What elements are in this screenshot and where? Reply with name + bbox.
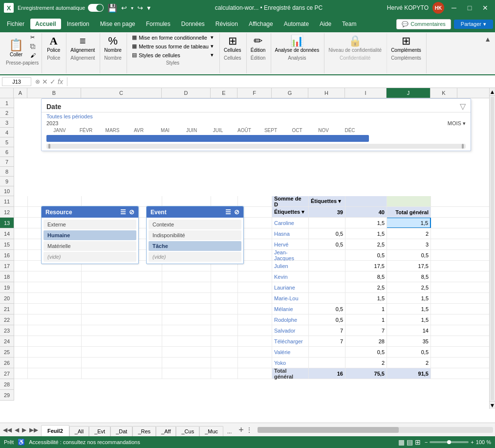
police-button[interactable]: A Police	[45, 33, 63, 54]
user-avatar[interactable]: HK	[432, 2, 444, 14]
scroll-down-button[interactable]: ▼	[490, 401, 495, 409]
cell-b20[interactable]	[28, 293, 82, 303]
col-header-b[interactable]: B	[27, 88, 81, 98]
cell-b22[interactable]	[28, 314, 82, 325]
scroll-up-button[interactable]: ▲	[490, 88, 495, 96]
col-header-e[interactable]: E	[211, 88, 237, 98]
cell-a24[interactable]	[14, 336, 28, 346]
tab-more-button[interactable]: ...	[223, 426, 236, 437]
col-header-i[interactable]: I	[345, 88, 387, 98]
cell-j22[interactable]: 1,5	[387, 314, 431, 325]
menu-accueil[interactable]: Accueil	[30, 19, 61, 29]
cell-c21[interactable]	[82, 304, 162, 314]
event-item-tache[interactable]: Tâche	[149, 241, 241, 251]
cell-i16[interactable]: 0,5	[345, 250, 387, 260]
tab-evt[interactable]: _Evt	[89, 426, 110, 437]
tab-last-button[interactable]: ▶▶	[28, 426, 39, 434]
cell-f21[interactable]	[238, 304, 272, 314]
cell-i15[interactable]: 2,5	[345, 239, 387, 249]
cell-e19[interactable]	[211, 282, 238, 292]
more-tools-icon[interactable]: ▾	[147, 4, 151, 12]
row-header-10[interactable]: 10	[0, 186, 14, 196]
row-header-22[interactable]: 22	[0, 314, 14, 325]
tab-next-button[interactable]: ▶	[21, 426, 27, 434]
cell-d11[interactable]	[162, 196, 211, 206]
cell-a20[interactable]	[14, 293, 28, 303]
cell-i18[interactable]: 8,5	[345, 271, 387, 282]
insert-function-icon[interactable]: fx	[58, 78, 63, 86]
cell-j26[interactable]: 2	[387, 358, 431, 368]
cell-f23[interactable]	[238, 325, 272, 336]
cell-k18[interactable]	[431, 271, 458, 282]
comments-button[interactable]: 💬 Commentaires	[396, 19, 451, 29]
col-header-j[interactable]: J	[387, 88, 430, 98]
cell-a15[interactable]	[14, 239, 28, 249]
cell-g21[interactable]: Mélanie	[272, 304, 309, 314]
cell-g19[interactable]: Lauriane	[272, 282, 309, 292]
cell-c25[interactable]	[82, 347, 162, 357]
cell-j12[interactable]: Total général	[387, 207, 431, 217]
cell-a22[interactable]	[14, 314, 28, 325]
cell-b25[interactable]	[28, 347, 82, 357]
undo-dropdown-icon[interactable]: ▾	[131, 5, 133, 11]
cell-k26[interactable]	[431, 358, 458, 368]
cell-e21[interactable]	[211, 304, 238, 314]
cell-c19[interactable]	[82, 282, 162, 292]
row-header-15[interactable]: 15	[0, 239, 14, 250]
minimize-button[interactable]: ─	[448, 2, 460, 14]
menu-aide[interactable]: Aide	[315, 19, 336, 29]
cell-j13[interactable]: 1,5	[387, 218, 431, 228]
cell-j18[interactable]: 8,5	[387, 271, 431, 282]
cell-g12[interactable]: Étiquettes ▾	[272, 207, 309, 217]
resource-item-humaine[interactable]: Humaine	[43, 230, 136, 240]
cell-k15[interactable]	[431, 239, 458, 249]
cancel-formula-icon[interactable]: ✕	[42, 78, 48, 86]
menu-fichier[interactable]: Fichier	[2, 19, 29, 29]
cell-g11[interactable]: Somme de D	[272, 196, 309, 206]
row-header-26[interactable]: 26	[0, 358, 14, 368]
row-header-20[interactable]: 20	[0, 293, 14, 304]
cell-k23[interactable]	[431, 325, 458, 336]
cell-a12[interactable]	[14, 207, 28, 217]
cell-b24[interactable]	[28, 336, 82, 346]
cell-h15[interactable]: 0,5	[309, 239, 345, 249]
cell-h12[interactable]: 39	[309, 207, 345, 217]
row-header-6[interactable]: 6	[0, 147, 14, 157]
cell-h14[interactable]: 0,5	[309, 228, 345, 239]
menu-donnees[interactable]: Données	[176, 19, 210, 29]
tab-cus[interactable]: _Cus	[176, 426, 199, 437]
cell-e20[interactable]	[211, 293, 238, 303]
row-header-13[interactable]: 13	[0, 218, 14, 228]
cell-h13[interactable]	[309, 218, 345, 228]
cell-g25[interactable]: Valérie	[272, 347, 309, 357]
resource-clear-icon[interactable]: ⊘	[129, 208, 134, 216]
resource-item-materielle[interactable]: Matérielle	[43, 241, 136, 251]
event-item-vide[interactable]: (vide)	[149, 252, 241, 262]
redo-icon[interactable]: ↪	[137, 4, 143, 12]
timeline-filter-icon[interactable]: ▽	[460, 102, 466, 111]
cell-h20[interactable]	[309, 293, 345, 303]
event-filter-icon[interactable]: ☰	[225, 208, 231, 216]
row-header-8[interactable]: 8	[0, 167, 14, 177]
cell-h23[interactable]: 7	[309, 325, 345, 336]
row-header-17[interactable]: 17	[0, 261, 14, 271]
cell-g13[interactable]: Caroline	[272, 218, 309, 228]
cell-e11[interactable]	[211, 196, 238, 206]
cell-k24[interactable]	[431, 336, 458, 346]
close-button[interactable]: ✕	[479, 2, 491, 14]
menu-insertion[interactable]: Insertion	[62, 19, 94, 29]
zoom-slider[interactable]	[430, 441, 469, 443]
cell-b11[interactable]	[28, 196, 82, 206]
cell-j20[interactable]: 1,5	[387, 293, 431, 303]
event-item-contexte[interactable]: Contexte	[149, 220, 241, 229]
reproduire-button[interactable]: 🖌	[27, 51, 39, 59]
cell-h18[interactable]	[309, 271, 345, 282]
row-header-21[interactable]: 21	[0, 304, 14, 314]
analyse-button[interactable]: 📊 Analyse de données	[273, 33, 322, 54]
event-item-indisponibilite[interactable]: Indisponibilité	[149, 230, 241, 240]
cell-f20[interactable]	[238, 293, 272, 303]
cell-j15[interactable]: 3	[387, 239, 431, 249]
cell-g20[interactable]: Marie-Lou	[272, 293, 309, 303]
cell-d18[interactable]	[162, 271, 211, 282]
cell-k17[interactable]	[431, 261, 458, 271]
